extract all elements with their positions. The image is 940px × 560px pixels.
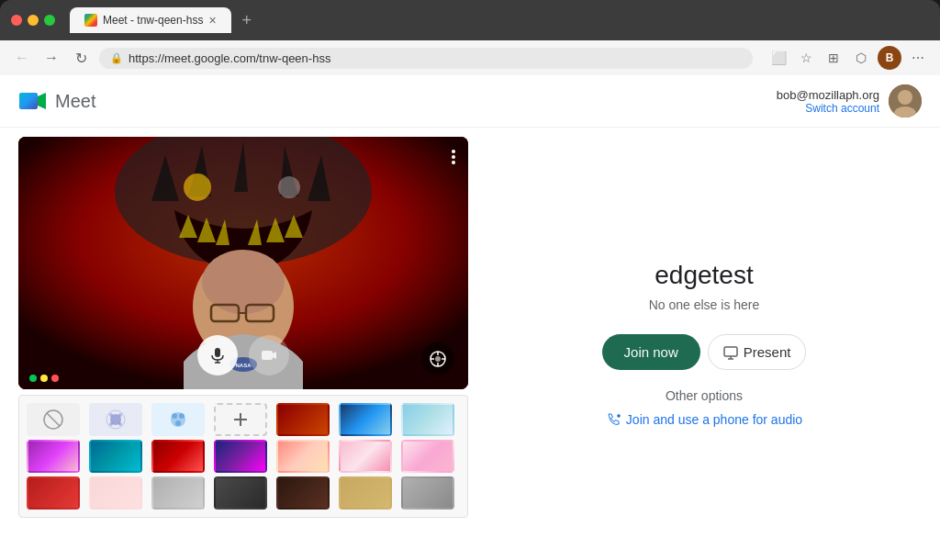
reload-btn[interactable]: ↻ — [70, 47, 92, 69]
svg-point-52 — [109, 422, 113, 426]
svg-line-47 — [47, 413, 60, 426]
cam-btn[interactable] — [249, 335, 289, 375]
bg-thumb-6[interactable] — [151, 440, 205, 473]
bg-thumb-10[interactable] — [401, 440, 454, 473]
svg-point-45 — [435, 356, 441, 362]
bg-thumb-13[interactable] — [151, 476, 205, 510]
bg-thumb-4[interactable] — [27, 440, 80, 473]
svg-point-51 — [118, 413, 122, 417]
right-panel: edgetest No one else is here Join now Pr… — [487, 128, 922, 560]
bg-thumb-5[interactable] — [89, 440, 142, 473]
svg-marker-39 — [273, 352, 276, 359]
browser-chrome: Meet - tnw-qeen-hss × + ← → ↻ 🔒 https://… — [0, 0, 940, 75]
tab-close-btn[interactable]: × — [208, 13, 216, 28]
close-window-btn[interactable] — [11, 15, 22, 26]
title-bar: Meet - tnw-qeen-hss × + — [0, 0, 940, 40]
profile-avatar[interactable]: B — [878, 46, 901, 70]
svg-point-26 — [184, 174, 211, 201]
blur2-icon — [167, 409, 189, 431]
svg-rect-38 — [262, 351, 273, 360]
forward-btn[interactable]: → — [40, 47, 62, 69]
maximize-window-btn[interactable] — [44, 15, 55, 26]
url-text: https://meet.google.com/tnw-qeen-hss — [129, 51, 330, 65]
cast-btn[interactable]: ⬜ — [767, 47, 789, 69]
bg-thumb-8[interactable] — [276, 440, 330, 473]
address-bar-row: ← → ↻ 🔒 https://meet.google.com/tnw-qeen… — [0, 40, 940, 75]
bg-thumb-7[interactable] — [214, 440, 267, 473]
svg-point-56 — [179, 413, 185, 419]
effects-icon — [429, 350, 447, 368]
bg-blur-btn[interactable] — [89, 403, 142, 436]
lock-icon: 🔒 — [110, 52, 123, 64]
meet-user-info: bob@mozillaph.org Switch account — [777, 84, 922, 118]
browser-actions: ⬜ ☆ ⊞ ⬡ B ⋯ — [767, 46, 929, 70]
extensions-btn[interactable]: ⬡ — [850, 47, 872, 69]
svg-point-53 — [118, 422, 122, 426]
user-avatar[interactable] — [889, 84, 922, 118]
bg-thumb-17[interactable] — [401, 476, 454, 510]
meet-header: Meet bob@mozillaph.org Switch account — [0, 75, 940, 128]
user-details: bob@mozillaph.org Switch account — [777, 88, 879, 115]
new-tab-btn[interactable]: + — [235, 9, 260, 32]
add-background-icon — [229, 409, 252, 431]
svg-point-55 — [172, 413, 177, 419]
bg-blur2-btn[interactable] — [151, 403, 205, 436]
present-btn[interactable]: Present — [708, 334, 807, 370]
effects-btn[interactable] — [421, 342, 454, 375]
bg-thumb-9[interactable] — [339, 440, 392, 473]
bg-thumb-3[interactable] — [401, 403, 454, 436]
meet-title: Meet — [55, 91, 95, 112]
more-options-btn[interactable]: ⋯ — [907, 47, 929, 69]
indicator-dot-yellow — [40, 375, 48, 382]
address-bar[interactable]: 🔒 https://meet.google.com/tnw-qeen-hss — [99, 48, 753, 69]
bg-thumb-2[interactable] — [339, 403, 392, 436]
svg-rect-60 — [724, 347, 737, 356]
video-section: NASA — [18, 128, 468, 560]
bg-none-btn[interactable] — [27, 403, 80, 436]
svg-point-50 — [109, 413, 113, 417]
main-area: NASA — [0, 128, 940, 560]
traffic-lights — [11, 15, 55, 26]
meeting-name: edgetest — [655, 261, 753, 290]
bookmark-star-btn[interactable]: ☆ — [795, 47, 817, 69]
present-label: Present — [744, 344, 791, 360]
svg-marker-7 — [38, 93, 46, 109]
blur-icon — [105, 409, 127, 431]
active-tab[interactable]: Meet - tnw-qeen-hss × — [70, 7, 231, 33]
phone-option-link[interactable]: Join and use a phone for audio — [606, 412, 802, 427]
no-background-icon — [42, 409, 64, 431]
bg-thumb-12[interactable] — [89, 476, 142, 510]
back-btn[interactable]: ← — [11, 47, 33, 69]
svg-rect-35 — [215, 348, 220, 357]
meet-logo-icon — [18, 86, 48, 116]
minimize-window-btn[interactable] — [28, 15, 39, 26]
svg-point-10 — [898, 90, 912, 105]
svg-point-27 — [278, 176, 300, 198]
mic-btn[interactable] — [197, 335, 238, 375]
bg-thumb-15[interactable] — [276, 476, 330, 510]
phone-option-label: Join and use a phone for audio — [626, 412, 802, 427]
switch-account-link[interactable]: Switch account — [777, 102, 879, 115]
bookmark-btn[interactable]: ⊞ — [822, 47, 845, 69]
bg-thumb-16[interactable] — [339, 476, 392, 510]
svg-rect-8 — [19, 93, 38, 109]
video-controls — [197, 335, 289, 375]
mic-icon — [208, 346, 227, 364]
join-buttons: Join now Present — [602, 334, 807, 370]
bg-thumb-1[interactable] — [276, 403, 330, 436]
join-now-btn[interactable]: Join now — [602, 334, 700, 370]
meet-logo: Meet — [18, 86, 95, 116]
bg-thumb-11[interactable] — [27, 476, 80, 510]
video-more-btn[interactable] — [448, 146, 459, 168]
meeting-status: No one else is here — [649, 297, 760, 312]
bg-thumb-14[interactable] — [214, 476, 267, 510]
indicator-dot-red — [51, 375, 59, 382]
svg-point-57 — [175, 420, 181, 426]
tab-favicon — [84, 14, 97, 27]
phone-icon — [606, 412, 621, 427]
bg-grid — [27, 403, 460, 510]
indicator-dots — [29, 375, 59, 382]
video-container: NASA — [18, 137, 468, 389]
bg-add-btn[interactable] — [214, 403, 267, 436]
tabs-area: Meet - tnw-qeen-hss × + — [70, 7, 259, 33]
